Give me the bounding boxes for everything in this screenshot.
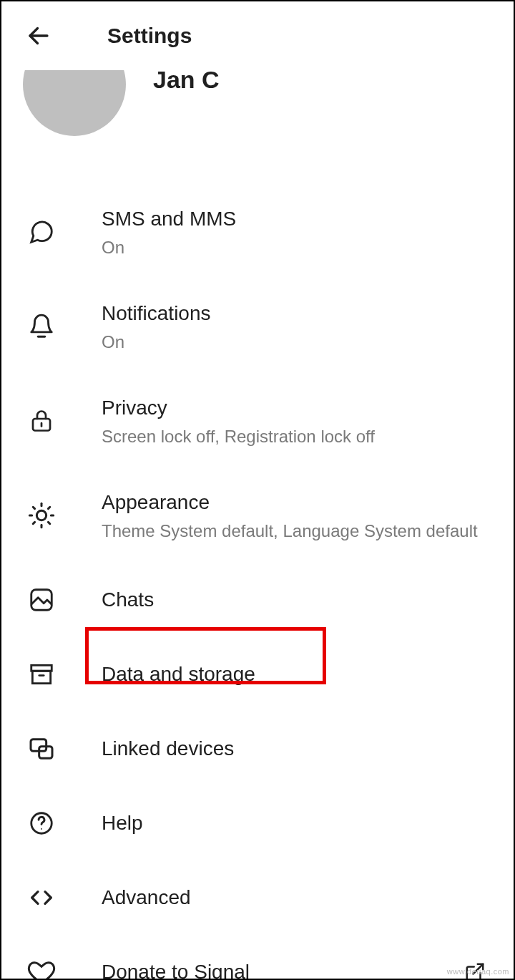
avatar xyxy=(23,70,126,136)
settings-item-help[interactable]: Help xyxy=(1,786,514,860)
settings-item-label: Data and storage xyxy=(102,661,488,688)
settings-item-label: Notifications xyxy=(102,300,488,327)
watermark: www.deuaq.com xyxy=(447,967,509,976)
settings-item-advanced[interactable]: Advanced xyxy=(1,860,514,935)
back-button[interactable] xyxy=(24,21,53,50)
sun-icon xyxy=(27,501,56,530)
image-icon xyxy=(27,586,56,614)
help-icon xyxy=(27,809,56,838)
page-title: Settings xyxy=(107,24,192,48)
settings-item-appearance[interactable]: Appearance Theme System default, Languag… xyxy=(1,468,514,563)
settings-item-label: SMS and MMS xyxy=(102,205,488,233)
lock-icon xyxy=(27,407,56,435)
settings-item-linked-devices[interactable]: Linked devices xyxy=(1,712,514,786)
app-bar: Settings xyxy=(1,1,514,70)
code-icon xyxy=(27,883,56,912)
svg-line-7 xyxy=(33,507,34,508)
svg-rect-15 xyxy=(32,671,50,683)
profile-row[interactable]: Jan C xyxy=(1,70,514,156)
archive-icon xyxy=(27,660,56,689)
settings-item-label: Linked devices xyxy=(102,735,488,762)
svg-line-11 xyxy=(33,522,34,523)
devices-icon xyxy=(27,734,56,763)
settings-item-label: Advanced xyxy=(102,884,488,911)
settings-item-donate[interactable]: Donate to Signal xyxy=(1,935,514,980)
settings-list: SMS and MMS On Notifications On Privacy xyxy=(1,156,514,980)
svg-line-12 xyxy=(48,507,49,508)
settings-item-label: Help xyxy=(102,810,488,837)
chat-bubble-icon xyxy=(27,218,56,246)
settings-item-privacy[interactable]: Privacy Screen lock off, Registration lo… xyxy=(1,374,514,468)
settings-item-sublabel: On xyxy=(102,331,488,353)
svg-line-8 xyxy=(48,522,49,523)
settings-item-label: Donate to Signal xyxy=(102,959,462,980)
bell-icon xyxy=(27,312,56,341)
svg-point-4 xyxy=(36,510,46,520)
svg-point-20 xyxy=(41,828,42,830)
settings-item-sublabel: On xyxy=(102,236,488,258)
settings-item-chats[interactable]: Chats xyxy=(1,563,514,637)
settings-item-notifications[interactable]: Notifications On xyxy=(1,279,514,374)
profile-name: Jan C xyxy=(153,66,220,94)
settings-item-sublabel: Theme System default, Language System de… xyxy=(102,520,488,542)
settings-item-label: Appearance xyxy=(102,489,488,516)
settings-item-data-storage[interactable]: Data and storage xyxy=(1,637,514,712)
settings-item-label: Chats xyxy=(102,586,488,613)
arrow-left-icon xyxy=(26,23,52,49)
settings-item-label: Privacy xyxy=(102,394,488,422)
settings-item-sublabel: Screen lock off, Registration lock off xyxy=(102,425,488,447)
heart-icon xyxy=(27,958,56,980)
settings-item-sms[interactable]: SMS and MMS On xyxy=(1,185,514,279)
